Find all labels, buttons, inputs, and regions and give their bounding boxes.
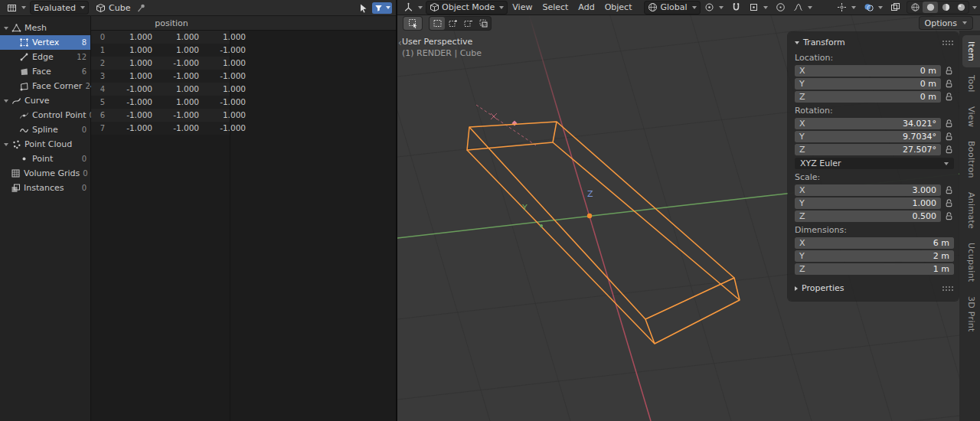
rotation-x-field[interactable]: X 34.021°: [795, 118, 941, 129]
filter-button[interactable]: [372, 2, 392, 14]
tab-tool[interactable]: Tool: [962, 69, 980, 99]
scale-y-field[interactable]: Y 1.000: [795, 197, 941, 209]
snap-toggle[interactable]: [728, 2, 744, 14]
tab-view[interactable]: View: [962, 100, 980, 133]
select-mode-group: [430, 17, 491, 30]
dimensions-y-field[interactable]: Y 2 m: [795, 250, 954, 262]
menu-object[interactable]: Object: [600, 0, 637, 15]
cell: 1.000: [207, 31, 254, 44]
falloff-dropdown[interactable]: [790, 2, 815, 14]
select-mode-intersect-button[interactable]: [475, 17, 491, 30]
show-overlays-dropdown[interactable]: [861, 2, 886, 14]
tree-item-volume-grids[interactable]: Volume Grids 0: [0, 166, 90, 181]
xray-toggle[interactable]: [887, 2, 903, 14]
cell: 1.000: [207, 57, 254, 70]
options-dropdown[interactable]: Options: [920, 17, 972, 29]
dimensions-z-row: Z 1 m: [795, 263, 954, 275]
table-row[interactable]: 6 -1.000 -1.000 1.000: [91, 109, 230, 122]
tree-item-point-cloud[interactable]: Point Cloud: [0, 137, 90, 152]
table-row[interactable]: 7 -1.000 -1.000 -1.000: [91, 122, 230, 135]
tab-ucupaint[interactable]: Ucupaint: [962, 237, 980, 289]
shading-solid-button[interactable]: [923, 2, 938, 13]
shading-material-button[interactable]: [938, 2, 953, 13]
table-row[interactable]: 5 -1.000 1.000 -1.000: [91, 96, 230, 109]
location-x-field[interactable]: X 0 m: [795, 65, 941, 77]
select-mode-set-button[interactable]: [430, 17, 445, 30]
select-cursor-icon[interactable]: [358, 3, 368, 13]
dataset-dropdown[interactable]: Evaluated: [31, 2, 88, 14]
rotation-z-field[interactable]: Z 27.507°: [795, 144, 941, 155]
viewport-editor-type-button[interactable]: [400, 2, 426, 14]
table-row[interactable]: 0 1.000 1.000 1.000: [91, 31, 230, 44]
scale-z-field[interactable]: Z 0.500: [795, 210, 941, 222]
menu-view[interactable]: View: [508, 0, 537, 15]
object-breadcrumb[interactable]: Cube: [96, 3, 130, 13]
mode-dropdown[interactable]: Object Mode: [426, 2, 507, 14]
panel-drag-grip[interactable]: [942, 286, 954, 292]
menu-select[interactable]: Select: [537, 0, 573, 15]
shading-wireframe-button[interactable]: [907, 2, 923, 13]
tab-animate[interactable]: Animate: [962, 186, 980, 235]
dimensions-x-field[interactable]: X 6 m: [795, 237, 954, 249]
table-row[interactable]: 1 1.000 1.000 -1.000: [91, 44, 230, 57]
tree-item-mesh[interactable]: Mesh: [0, 21, 90, 35]
select-mode-extend-button[interactable]: [445, 17, 460, 30]
tab-item[interactable]: Item: [962, 35, 980, 67]
lock-icon[interactable]: [944, 145, 954, 155]
y-axis-handle-dot[interactable]: [540, 224, 543, 227]
active-tool-select-box-button[interactable]: [403, 17, 422, 30]
table-row[interactable]: 2 1.000 -1.000 1.000: [91, 57, 230, 70]
tree-item-edge[interactable]: Edge 12: [0, 50, 90, 64]
row-index: 2: [91, 57, 114, 70]
scale-x-field[interactable]: X 3.000: [795, 184, 941, 196]
lock-icon[interactable]: [944, 132, 954, 142]
lock-icon[interactable]: [944, 66, 954, 76]
tree-item-face[interactable]: Face 6: [0, 64, 90, 79]
menu-add[interactable]: Add: [573, 0, 599, 15]
cube-wireframe[interactable]: [467, 122, 740, 344]
tab-3d-print[interactable]: 3D Print: [962, 290, 980, 338]
lock-icon[interactable]: [944, 79, 954, 89]
axis-label: Y: [799, 132, 805, 142]
object-name: Cube: [109, 3, 130, 13]
spreadsheet-editor-type-button[interactable]: [4, 2, 29, 14]
pin-icon[interactable]: [136, 3, 146, 13]
chevron-down-icon[interactable]: [972, 6, 977, 9]
snap-target-dropdown[interactable]: [746, 2, 771, 14]
cell: 1.000: [207, 109, 254, 122]
tree-item-instances[interactable]: Instances 0: [0, 181, 90, 195]
lock-icon[interactable]: [944, 185, 954, 195]
tree-item-vertex[interactable]: Vertex 8: [0, 35, 90, 50]
show-gizmo-dropdown[interactable]: [834, 2, 859, 14]
table-row[interactable]: 3 1.000 -1.000 -1.000: [91, 70, 230, 83]
location-y-field[interactable]: Y 0 m: [795, 78, 941, 90]
panel-drag-grip[interactable]: [942, 40, 954, 46]
object-origin-dot[interactable]: [587, 214, 592, 218]
tree-item-spline[interactable]: Spline 0: [0, 122, 90, 137]
lock-icon[interactable]: [944, 211, 954, 221]
lock-icon[interactable]: [944, 92, 954, 102]
tree-item-face-corner[interactable]: Face Corner 24: [0, 79, 90, 93]
tree-item-curve[interactable]: Curve: [0, 93, 90, 108]
table-row[interactable]: 4 -1.000 1.000 1.000: [91, 83, 230, 96]
pivot-dropdown[interactable]: [701, 2, 727, 14]
properties-panel-header[interactable]: Properties: [795, 281, 954, 295]
rotation-y-field[interactable]: Y 9.7034°: [795, 131, 941, 142]
shading-rendered-button[interactable]: [953, 2, 969, 13]
tree-item-control-point[interactable]: Control Point 0: [0, 108, 90, 122]
select-mode-subtract-button[interactable]: [460, 17, 475, 30]
location-z-field[interactable]: Z 0 m: [795, 91, 941, 103]
lock-icon[interactable]: [944, 198, 954, 208]
proportional-editing-toggle[interactable]: [773, 2, 789, 14]
cell: 1.000: [114, 57, 161, 70]
rotation-mode-dropdown[interactable]: XYZ Euler: [795, 158, 954, 169]
lock-icon[interactable]: [944, 119, 954, 129]
tab-booltron[interactable]: Booltron: [962, 135, 980, 184]
position-column-header[interactable]: position: [114, 18, 229, 28]
orientation-dropdown[interactable]: Global: [645, 2, 699, 14]
dimensions-y-row: Y 2 m: [795, 250, 954, 262]
tree-item-point[interactable]: Point 0: [0, 152, 90, 166]
dimensions-z-field[interactable]: Z 1 m: [795, 263, 954, 275]
transform-panel-header[interactable]: Transform: [795, 35, 954, 50]
tree-item-count: 0: [82, 126, 87, 134]
